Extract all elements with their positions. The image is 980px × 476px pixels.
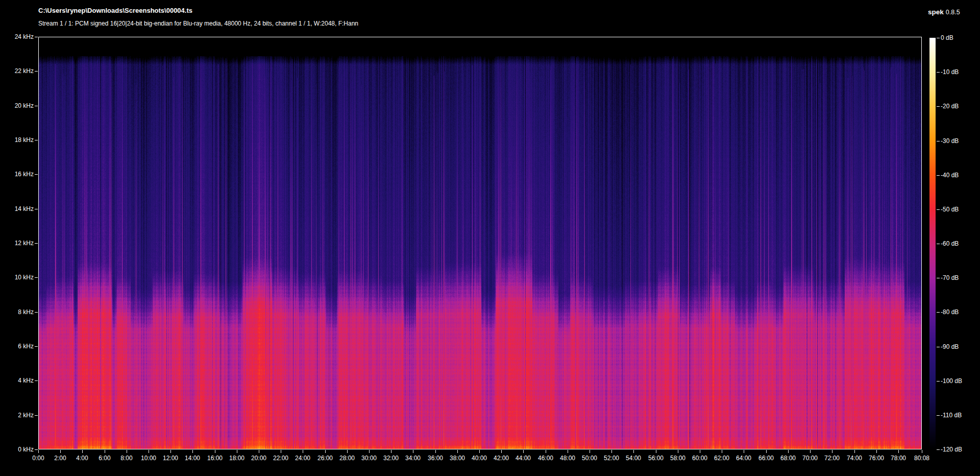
time-tick bbox=[633, 450, 634, 453]
time-tick bbox=[38, 450, 39, 453]
legend-tick-label: 0 dB bbox=[941, 34, 953, 41]
legend-tick-label: -70 dB bbox=[941, 274, 959, 281]
legend-tick bbox=[937, 347, 940, 347]
time-tick bbox=[501, 450, 502, 453]
time-tick bbox=[369, 450, 370, 453]
freq-tick bbox=[35, 312, 38, 313]
time-tick bbox=[656, 450, 656, 453]
time-tick bbox=[590, 450, 590, 453]
freq-tick-label: 14 kHz bbox=[0, 205, 34, 212]
legend-tick bbox=[937, 312, 940, 313]
time-tick bbox=[215, 450, 215, 453]
time-tick bbox=[611, 450, 612, 453]
time-tick bbox=[898, 450, 899, 453]
freq-tick bbox=[35, 346, 38, 347]
time-tick bbox=[347, 450, 348, 453]
freq-tick-label: 2 kHz bbox=[0, 412, 34, 419]
freq-tick-label: 10 kHz bbox=[0, 274, 34, 281]
spectrogram-frame bbox=[38, 37, 922, 449]
time-tick bbox=[127, 450, 127, 453]
time-tick bbox=[60, 450, 61, 453]
freq-tick-label: 24 kHz bbox=[0, 33, 34, 40]
time-tick bbox=[192, 450, 193, 453]
time-tick bbox=[413, 450, 413, 453]
time-tick bbox=[832, 450, 832, 453]
app-name: spek bbox=[928, 8, 944, 16]
app-version: 0.8.5 bbox=[946, 9, 960, 16]
time-tick bbox=[810, 450, 811, 453]
legend-tick bbox=[937, 72, 940, 73]
file-path-title: C:\Users\rynep\Downloads\Screenshots\000… bbox=[38, 7, 192, 14]
legend-tick bbox=[937, 244, 940, 244]
freq-tick-label: 20 kHz bbox=[0, 102, 34, 109]
freq-tick-label: 4 kHz bbox=[0, 377, 34, 384]
freq-tick-label: 16 kHz bbox=[0, 171, 34, 178]
legend-tick-label: -80 dB bbox=[941, 308, 959, 316]
spectrogram-canvas bbox=[39, 37, 921, 449]
freq-tick-label: 6 kHz bbox=[0, 343, 34, 350]
time-tick bbox=[435, 450, 436, 453]
freq-tick bbox=[35, 106, 38, 106]
legend-tick bbox=[937, 141, 940, 141]
legend-tick bbox=[937, 278, 940, 278]
legend-tick bbox=[937, 175, 940, 176]
freq-tick-label: 18 kHz bbox=[0, 136, 34, 144]
time-tick bbox=[788, 450, 789, 453]
time-tick bbox=[82, 450, 83, 453]
legend-tick bbox=[937, 415, 940, 416]
legend-tick bbox=[937, 449, 940, 450]
freq-tick bbox=[35, 449, 38, 450]
freq-tick bbox=[35, 174, 38, 175]
time-tick bbox=[149, 450, 149, 453]
legend-tick-label: -10 dB bbox=[941, 68, 959, 76]
time-tick bbox=[744, 450, 744, 453]
freq-tick bbox=[35, 243, 38, 244]
freq-tick-label: 0 kHz bbox=[0, 446, 34, 453]
time-tick bbox=[876, 450, 877, 453]
legend-tick bbox=[937, 381, 940, 382]
time-tick bbox=[766, 450, 767, 453]
time-tick bbox=[303, 450, 303, 453]
legend-tick-label: -20 dB bbox=[941, 103, 959, 110]
legend-gradient-bar bbox=[929, 38, 936, 449]
time-tick bbox=[523, 450, 524, 453]
time-tick bbox=[546, 450, 546, 453]
freq-tick bbox=[35, 277, 38, 278]
app-brand: spek0.8.5 bbox=[928, 8, 960, 16]
time-tick bbox=[105, 450, 105, 453]
legend-tick-label: -110 dB bbox=[941, 412, 962, 419]
time-tick bbox=[479, 450, 480, 453]
freq-tick-label: 12 kHz bbox=[0, 240, 34, 247]
legend-tick-label: -30 dB bbox=[941, 137, 959, 145]
time-tick bbox=[854, 450, 855, 453]
freq-tick bbox=[35, 71, 38, 72]
stream-info-subtitle: Stream 1 / 1: PCM signed 16|20|24-bit bi… bbox=[38, 20, 358, 27]
time-tick bbox=[281, 450, 281, 453]
time-tick bbox=[722, 450, 722, 453]
legend-tick-label: -40 dB bbox=[941, 172, 959, 179]
freq-tick bbox=[35, 37, 38, 37]
time-tick bbox=[678, 450, 678, 453]
time-tick bbox=[700, 450, 700, 453]
freq-tick-label: 22 kHz bbox=[0, 67, 34, 75]
time-tick bbox=[391, 450, 391, 453]
legend-tick bbox=[937, 38, 940, 38]
time-tick bbox=[170, 450, 171, 453]
legend-tick-label: -60 dB bbox=[941, 240, 959, 247]
freq-tick bbox=[35, 415, 38, 416]
time-tick bbox=[568, 450, 568, 453]
time-tick-label: 80:08 bbox=[908, 455, 936, 462]
legend-tick-label: -100 dB bbox=[941, 377, 962, 385]
legend-tick-label: -120 dB bbox=[941, 446, 962, 453]
legend-tick bbox=[937, 106, 940, 107]
time-tick bbox=[457, 450, 458, 453]
legend-tick bbox=[937, 209, 940, 210]
freq-tick bbox=[35, 209, 38, 209]
legend-tick-label: -50 dB bbox=[941, 206, 959, 213]
legend-tick-label: -90 dB bbox=[941, 343, 959, 350]
freq-tick bbox=[35, 140, 38, 140]
time-tick bbox=[922, 450, 922, 453]
freq-tick-label: 8 kHz bbox=[0, 308, 34, 316]
time-tick bbox=[325, 450, 326, 453]
spek-window: { "app": { "name": "spek", "version": "0… bbox=[0, 0, 980, 476]
